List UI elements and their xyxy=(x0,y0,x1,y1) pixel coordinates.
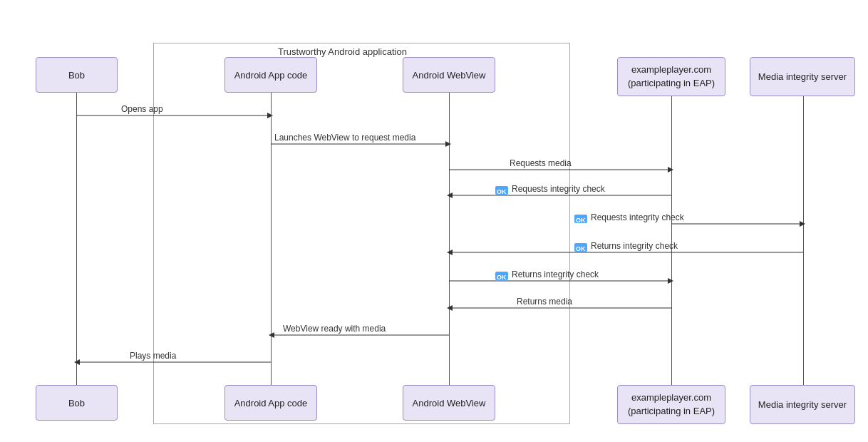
bob-bottom-box: Bob xyxy=(36,385,118,421)
android-webview-top-box: Android WebView xyxy=(403,57,495,93)
android-app-lifeline xyxy=(271,93,272,389)
svg-rect-16 xyxy=(574,215,587,223)
svg-text:OK: OK xyxy=(576,217,586,224)
svg-marker-15 xyxy=(800,221,805,227)
svg-marker-7 xyxy=(668,167,673,173)
android-webview-bottom-box: Android WebView xyxy=(403,385,495,421)
exampleplayer-bottom-box: exampleplayer.com(participating in EAP) xyxy=(617,385,725,424)
android-app-top-box: Android App code xyxy=(224,57,317,93)
trustworthy-label: Trustworthy Android application xyxy=(278,46,407,57)
svg-text:Requests integrity check: Requests integrity check xyxy=(591,212,685,222)
svg-rect-21 xyxy=(574,243,587,252)
svg-marker-25 xyxy=(668,278,673,284)
svg-text:Returns integrity check: Returns integrity check xyxy=(591,241,678,251)
android-app-bottom-box: Android App code xyxy=(224,385,317,421)
media-integrity-bottom-box: Media integrity server xyxy=(750,385,855,424)
bob-top-box: Bob xyxy=(36,57,118,93)
sequence-diagram: Trustworthy Android application Bob Andr… xyxy=(0,0,868,442)
trustworthy-box xyxy=(153,43,570,424)
exampleplayer-lifeline xyxy=(671,96,672,389)
media-integrity-top-box: Media integrity server xyxy=(750,57,855,96)
bob-lifeline xyxy=(76,93,77,389)
media-integrity-lifeline xyxy=(803,96,804,389)
exampleplayer-top-box: exampleplayer.com(participating in EAP) xyxy=(617,57,725,96)
svg-text:OK: OK xyxy=(576,245,586,252)
svg-marker-36 xyxy=(74,359,80,365)
android-webview-lifeline xyxy=(449,93,450,389)
